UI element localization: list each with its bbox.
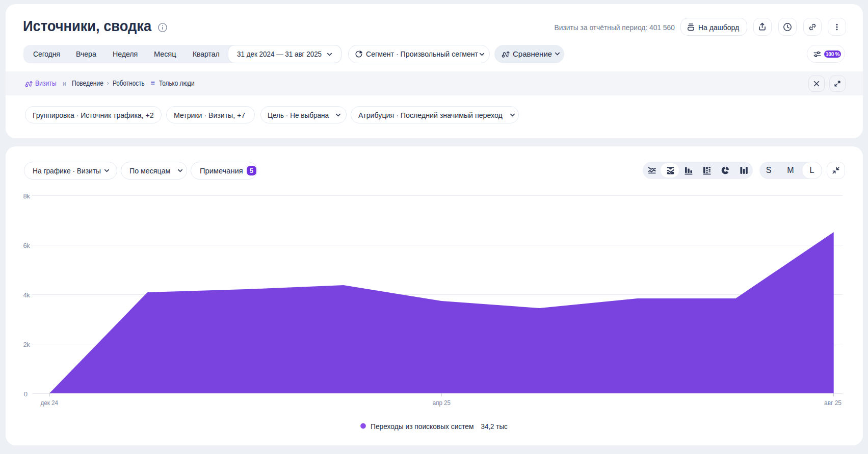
svg-text:4k: 4k <box>23 291 31 299</box>
svg-text:6k: 6k <box>23 242 31 249</box>
svg-text:0: 0 <box>24 390 28 398</box>
svg-text:дек 24: дек 24 <box>41 399 59 407</box>
svg-text:8k: 8k <box>23 192 31 200</box>
svg-text:апр 25: апр 25 <box>433 399 451 407</box>
svg-text:Переходы из поисковых систем: Переходы из поисковых систем <box>371 422 474 431</box>
svg-text:авг 25: авг 25 <box>824 399 841 407</box>
svg-text:34,2 тыс: 34,2 тыс <box>481 422 508 431</box>
svg-text:2k: 2k <box>23 341 31 348</box>
